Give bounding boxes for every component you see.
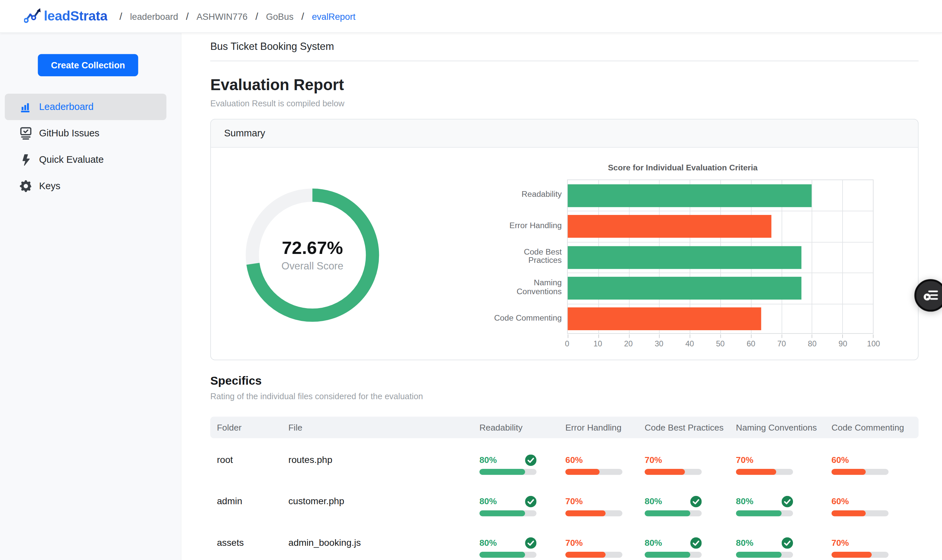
chart-tick-label: 20 <box>624 339 633 348</box>
overall-score-value: 72.67% <box>282 238 343 258</box>
score-cell: 80% <box>644 480 736 516</box>
score-progress <box>736 552 782 558</box>
chart-bar <box>567 184 812 207</box>
chart-tick-mark <box>598 334 599 338</box>
specifics-table: Folder File Readability Error Handling C… <box>210 417 919 560</box>
chart-category-label: Naming Conventions <box>492 272 567 303</box>
score-percent: 60% <box>831 455 849 465</box>
column-header-naming-conventions: Naming Conventions <box>736 423 831 432</box>
score-progress <box>736 511 782 516</box>
score-progress <box>479 469 525 475</box>
score-progress <box>565 469 600 475</box>
create-collection-button[interactable]: Create Collection <box>38 54 139 76</box>
score-cell: 60% <box>831 480 919 516</box>
file-cell: routes.php <box>288 438 479 466</box>
score-progress <box>565 552 605 558</box>
score-percent: 70% <box>831 538 849 548</box>
score-progress <box>479 511 525 516</box>
chart-tick-mark <box>720 334 721 338</box>
chart-category-label: Error Handling <box>492 210 567 241</box>
table-row: admin customer.php 80% 70% <box>210 480 919 521</box>
score-cell: 70% <box>736 438 831 475</box>
score-progress <box>565 511 605 516</box>
divider <box>210 61 919 62</box>
score-percent: 80% <box>479 497 497 506</box>
column-header-folder: Folder <box>217 423 288 432</box>
score-percent: 80% <box>736 497 753 506</box>
sidebar-item-leaderboard[interactable]: Leaderboard <box>5 94 167 120</box>
score-percent: 70% <box>644 455 662 465</box>
chart-tick-mark <box>567 334 568 338</box>
score-progress <box>831 552 871 558</box>
gear-icon <box>19 179 32 194</box>
chart-bar <box>567 215 771 238</box>
report-list-icon <box>922 286 939 305</box>
chart-category-label: Readability <box>492 180 567 210</box>
breadcrumb-evalreport[interactable]: evalReport <box>312 11 356 22</box>
score-cell: 80% <box>479 521 565 558</box>
score-progress <box>644 511 690 516</box>
chart-row-separator <box>567 273 873 273</box>
summary-card-header: Summary <box>211 120 918 148</box>
chart-tick-label: 80 <box>808 339 816 348</box>
chart-tick-label: 100 <box>867 339 880 348</box>
score-cell: 70% <box>565 480 644 516</box>
breadcrumb-user[interactable]: ASHWIN776 <box>197 11 248 22</box>
file-cell: admin_booking.js <box>288 521 479 549</box>
score-progress <box>644 552 690 558</box>
check-badge-icon <box>525 537 537 548</box>
check-badge-icon <box>782 495 793 507</box>
check-badge-icon <box>525 454 537 466</box>
sidebar-item-label: Keys <box>39 181 60 192</box>
chart-tick-label: 50 <box>716 339 725 348</box>
score-progress <box>479 552 525 558</box>
chart-bar <box>567 246 802 269</box>
score-percent: 80% <box>736 538 753 548</box>
score-cell: 80% <box>479 438 565 475</box>
logo[interactable]: leadStrata <box>24 6 107 26</box>
score-cell: 80% <box>736 521 831 558</box>
chart-tick-mark <box>873 334 874 338</box>
chart-tick-label: 90 <box>839 339 847 348</box>
sidebar-item-quick-evaluate[interactable]: Quick Evaluate <box>5 146 167 173</box>
chart-row-separator <box>567 211 873 212</box>
sidebar-item-github-issues[interactable]: GitHub Issues <box>5 120 167 146</box>
chart-tick-label: 0 <box>565 339 569 348</box>
chart-tick-label: 60 <box>747 339 755 348</box>
chart-tick-mark <box>659 334 660 338</box>
score-progress <box>831 469 866 475</box>
top-navbar: leadStrata / leaderboard / ASHWIN776 / G… <box>0 0 942 33</box>
breadcrumb-separator: / <box>186 11 189 22</box>
score-cell: 60% <box>565 438 644 475</box>
breadcrumb-separator: / <box>119 11 122 22</box>
score-progress <box>831 511 866 516</box>
score-cell: 80% <box>479 480 565 516</box>
chart-tick-mark <box>751 334 751 338</box>
score-percent: 80% <box>479 455 497 465</box>
project-title: Bus Ticket Booking System <box>210 41 919 53</box>
chart-category-label: Code Best Practices <box>492 242 567 272</box>
chart-bar <box>567 277 802 300</box>
chart-plot-area <box>567 180 873 334</box>
trend-line-icon <box>24 6 42 26</box>
file-cell: customer.php <box>288 480 479 508</box>
chart-gridline <box>812 180 812 333</box>
sidebar-nav: Leaderboard GitHub Issues <box>0 94 181 199</box>
table-row: assets admin_booking.js 80% 70% <box>210 521 919 560</box>
folder-cell: admin <box>217 480 288 508</box>
table-row: root routes.php 80% 60% <box>210 438 919 479</box>
summary-card: Summary 72.67% Overall Score <box>210 119 919 360</box>
score-cell: 80% <box>644 521 736 558</box>
chart-tick-mark <box>629 334 629 338</box>
breadcrumb-separator: / <box>301 11 304 22</box>
chart-gridline <box>843 180 843 333</box>
breadcrumb-leaderboard[interactable]: leaderboard <box>130 11 178 22</box>
chart-tick-mark <box>690 334 691 338</box>
sidebar-item-keys[interactable]: Keys <box>5 173 167 199</box>
chart-tick-label: 10 <box>594 339 602 348</box>
score-percent: 60% <box>831 497 849 506</box>
score-percent: 80% <box>479 538 497 548</box>
column-header-code-best-practices: Code Best Practices <box>644 423 736 432</box>
breadcrumb-repo[interactable]: GoBus <box>266 11 293 22</box>
issues-monitor-icon <box>19 126 32 141</box>
